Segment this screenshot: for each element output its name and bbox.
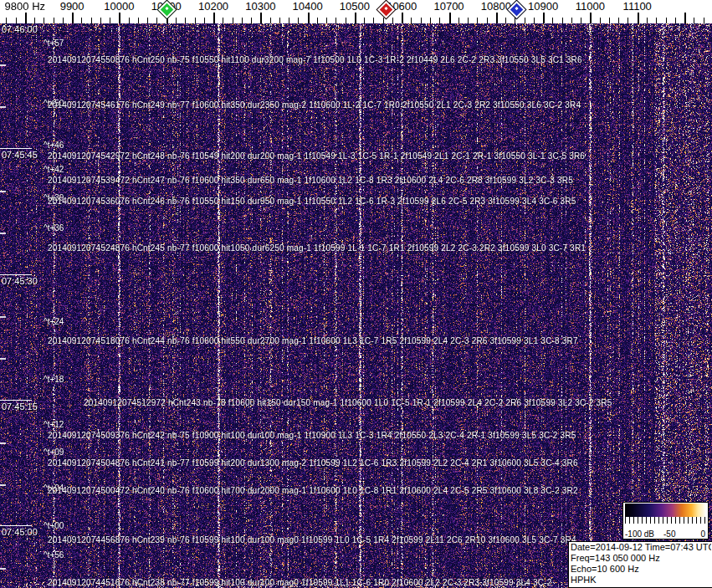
freq-minor-tick (666, 18, 667, 23)
freq-minor-tick (552, 18, 553, 23)
freq-axis-label: 9900 (60, 0, 85, 13)
freq-minor-tick (204, 18, 205, 23)
freq-minor-tick (6, 18, 7, 23)
freq-minor-tick (439, 18, 440, 23)
freq-minor-tick (100, 18, 101, 23)
event-detection-line: 20140912074504876 hCnt241 nb-77 f10599 h… (48, 458, 578, 468)
time-minor-tick (0, 191, 6, 192)
freq-minor-tick (110, 18, 110, 23)
freq-major-tick (543, 13, 545, 23)
freq-major-tick (355, 13, 356, 23)
freq-minor-tick (138, 18, 139, 23)
time-minor-tick (0, 568, 6, 570)
freq-major-tick (638, 13, 639, 23)
time-axis-label: 07:45:00 (2, 527, 38, 537)
freq-minor-tick (63, 18, 64, 23)
event-time-marker: ^t+24 (44, 317, 64, 326)
freq-minor-tick (383, 18, 384, 23)
freq-minor-tick (704, 18, 704, 23)
time-minor-tick (0, 64, 6, 66)
freq-minor-tick (91, 18, 92, 23)
freq-minor-tick (458, 18, 459, 23)
spectrogram-area: -100 dB -50 0 Date=2014-09-12 Time=07:43… (0, 23, 712, 588)
freq-axis-label: 10800 (481, 0, 511, 13)
event-time-marker: ^t+18 (44, 375, 64, 384)
freq-minor-tick (694, 18, 694, 23)
freq-minor-tick (373, 18, 374, 23)
freq-minor-tick (81, 18, 82, 23)
freq-major-tick (260, 13, 262, 23)
freq-minor-tick (298, 18, 299, 23)
event-detection-line: 20140912074512972 hCnt243 nb-78 f10600 h… (84, 398, 612, 407)
freq-major-tick (213, 13, 215, 23)
time-axis-label: 07:46:00 (2, 24, 38, 34)
db-tick-ruler (625, 517, 706, 524)
freq-minor-tick (562, 18, 563, 23)
event-time-marker: ^t+09 (44, 447, 64, 457)
freq-minor-tick (317, 18, 318, 23)
freq-minor-tick (156, 18, 157, 23)
event-detection-line: 20140912074550876 hCnt250 nb-75 f10550 h… (48, 55, 582, 64)
db-gradient-bar (625, 504, 706, 517)
spectrogram-app: 9800 Hz990010000101001020010300104001050… (0, 0, 712, 588)
info-station-id: HPHK (571, 575, 711, 585)
db-mid-label: -50 (663, 529, 675, 539)
freq-minor-tick (336, 18, 336, 23)
time-minor-tick (0, 316, 6, 318)
freq-minor-tick (251, 18, 252, 23)
freq-axis-label: 10700 (433, 0, 464, 13)
time-minor-tick (0, 106, 6, 108)
time-axis-label: 07:45:15 (2, 401, 38, 412)
freq-minor-tick (270, 18, 271, 23)
event-detection-line: 20140912074539472 hCnt247 nb-76 f10600 h… (48, 176, 573, 185)
freq-minor-tick (525, 18, 525, 23)
freq-axis-label: 11100 (623, 0, 652, 13)
freq-minor-tick (195, 18, 196, 23)
db-max-label: 0 (700, 529, 705, 539)
event-detection-line: 20140912074451676 hCnt238 nb-77 f10599 h… (48, 578, 552, 587)
event-time-marker: ^t+36 (44, 223, 64, 233)
freq-minor-tick (647, 18, 648, 23)
freq-major-tick (72, 13, 74, 23)
event-time-marker: ^t+00 (44, 521, 64, 530)
freq-minor-tick (233, 18, 233, 23)
time-minor-tick (0, 484, 6, 486)
freq-minor-tick (129, 18, 130, 23)
freq-major-tick (449, 13, 451, 23)
freq-minor-tick (618, 18, 619, 23)
event-time-marker: ^t+56 (44, 550, 64, 560)
time-axis-label: 07:45:45 (2, 150, 38, 160)
freq-axis-label: 11000 (576, 0, 605, 13)
freq-minor-tick (477, 18, 478, 23)
freq-major-tick (25, 13, 27, 23)
freq-major-tick (308, 13, 310, 23)
time-major-tick (0, 525, 32, 526)
event-detection-line: 20140912074509376 hCnt242 nb-75 f10900 h… (48, 431, 576, 440)
event-detection-line: 20140912074536076 hCnt246 nb-76 f10550 h… (48, 197, 576, 206)
event-time-marker: ^t+46 (44, 141, 64, 150)
freq-axis-label: 9800 Hz (5, 0, 45, 13)
freq-minor-tick (364, 18, 365, 23)
freq-minor-tick (147, 18, 148, 23)
freq-major-tick (496, 13, 498, 23)
freq-minor-tick (326, 18, 327, 23)
time-minor-tick (0, 442, 6, 444)
freq-minor-tick (16, 18, 17, 23)
freq-axis-label: 10000 (104, 0, 134, 13)
freq-minor-tick (421, 18, 422, 23)
freq-minor-tick (430, 18, 431, 23)
freq-minor-tick (279, 18, 280, 23)
info-frequency: Freq=143 050 000 Hz (571, 553, 711, 564)
time-minor-tick (0, 233, 6, 234)
freq-minor-tick (487, 18, 488, 23)
event-time-marker: ^t+12 (44, 420, 64, 429)
db-min-label: -100 dB (625, 529, 654, 539)
event-detection-line: 20140912074500472 hCnt240 nb-76 f10600 h… (48, 486, 578, 495)
freq-minor-tick (468, 18, 469, 23)
info-echo: Echo=10 600 Hz (571, 564, 711, 575)
freq-minor-tick (242, 18, 243, 23)
time-minor-tick (0, 358, 6, 360)
freq-major-tick (402, 13, 403, 23)
info-date-time: Date=2014-09-12 Time=07:43 UTC (571, 542, 711, 553)
freq-minor-tick (289, 18, 289, 23)
